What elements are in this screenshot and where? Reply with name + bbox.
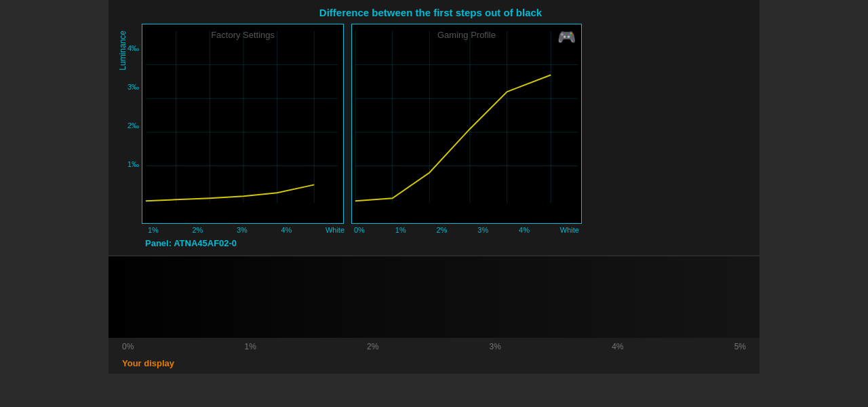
gaming-chart-svg <box>352 24 581 223</box>
bottom-label-1: 1% <box>245 342 256 351</box>
gradient-bar <box>108 256 760 338</box>
bottom-label-5: 5% <box>734 342 746 351</box>
y-label-4-1: 4‰ <box>127 44 139 52</box>
charts-area: 4‰ 3‰ 2‰ 1‰ 0 Factory Settings <box>127 24 746 234</box>
x-label-3p-2: 3% <box>477 226 488 234</box>
bottom-label-4: 4% <box>612 342 623 351</box>
main-container: Difference between the first steps out o… <box>0 0 868 407</box>
bottom-section: 0% 1% 2% 3% 4% 5% Your display <box>108 256 760 374</box>
top-section: Difference between the first steps out o… <box>108 0 760 255</box>
bottom-label-3: 3% <box>490 342 501 351</box>
x-label-2p-1: 2% <box>192 226 203 234</box>
x-label-4p-2: 4% <box>519 226 530 234</box>
x-label-3p-1: 3% <box>237 226 248 234</box>
panel-info: Panel: ATNA45AF02-0 <box>145 238 746 248</box>
y-label-1-1: 1‰ <box>127 160 139 168</box>
x-label-1p-1: 1% <box>148 226 159 234</box>
your-display-label: Your display <box>108 355 760 374</box>
factory-chart-svg <box>142 24 343 223</box>
x-label-white-2: White <box>560 226 579 234</box>
chart-panel-factory: Factory Settings <box>142 24 344 224</box>
bottom-labels: 0% 1% 2% 3% 4% 5% <box>108 338 760 355</box>
y-axis-label: Luminance <box>115 31 127 71</box>
y-label-2-1: 2‰ <box>127 121 139 130</box>
y-label-3-1: 3‰ <box>127 83 139 91</box>
chart-title: Difference between the first steps out o… <box>115 7 746 18</box>
charts-row: Luminance 4‰ 3‰ 2‰ 1‰ 0 <box>115 24 746 248</box>
chart-panel-gaming: Gaming Profile 🎮 <box>351 24 582 224</box>
x-label-2p-2: 2% <box>437 226 448 234</box>
bottom-label-2: 2% <box>367 342 378 351</box>
display-area <box>108 256 760 338</box>
x-label-1p-2: 1% <box>395 226 406 234</box>
x-label-white-1: White <box>326 226 344 234</box>
x-label-4p-1: 4% <box>281 226 292 234</box>
x-label-0p-2: 0% <box>354 226 365 234</box>
bottom-label-0: 0% <box>122 342 134 351</box>
